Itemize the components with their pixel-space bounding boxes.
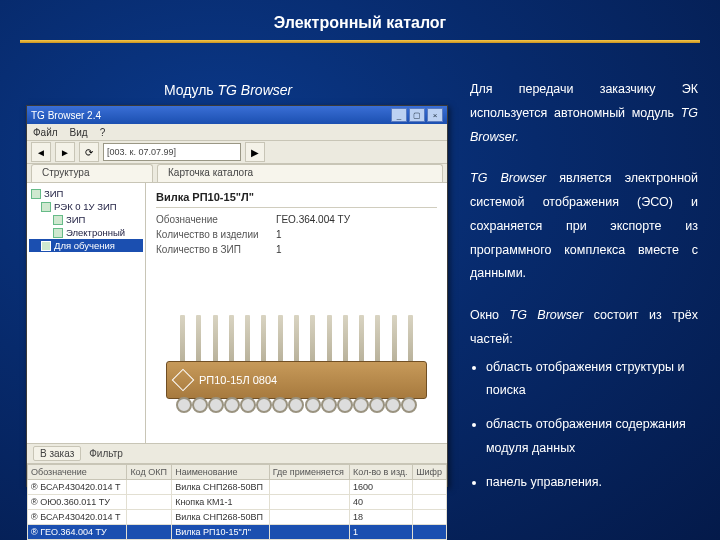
tree-label: Электронный xyxy=(66,227,125,238)
para-3-a: Окно xyxy=(470,308,510,322)
table-cell: 40 xyxy=(350,495,413,510)
tg-browser-screenshot: TG Browser 2.4 _ ▢ × Файл Вид ? ◄ ► ⟳ [0… xyxy=(26,105,448,487)
table-cell xyxy=(413,510,447,525)
kv-val: 1 xyxy=(276,244,282,255)
table-cell: ® БСАР.430420.014 Т xyxy=(28,510,127,525)
table-cell xyxy=(127,495,172,510)
tree-label: Для обучения xyxy=(54,240,115,251)
page-title: Электронный каталог xyxy=(0,14,720,32)
tab-row: Структура Карточка каталога xyxy=(27,164,447,183)
table-cell: Вилка СНП268-50ВП xyxy=(172,510,270,525)
card-panel: Вилка РП10-15"Л" ОбозначениеГЕО.364.004 … xyxy=(146,183,447,443)
th[interactable]: Где применяется xyxy=(269,465,349,480)
tool-fwd-icon[interactable]: ► xyxy=(55,142,75,162)
kv-key: Количество в изделии xyxy=(156,229,276,240)
caption-text: Модуль xyxy=(164,82,218,98)
minimize-icon[interactable]: _ xyxy=(391,108,407,122)
table-cell xyxy=(413,480,447,495)
table-panel: В заказ Фильтр Обозначение Код ОКП Наиме… xyxy=(27,443,447,540)
parts-table: Обозначение Код ОКП Наименование Где при… xyxy=(27,464,447,540)
table-cell xyxy=(269,525,349,540)
kv-val: 1 xyxy=(276,229,282,240)
th[interactable]: Обозначение xyxy=(28,465,127,480)
tree-label: ЗИП xyxy=(66,214,85,225)
table-cell xyxy=(127,480,172,495)
screenshot-caption: Модуль TG Browser xyxy=(164,82,292,98)
table-cell: ® ГЕО.364.004 ТУ xyxy=(28,525,127,540)
tab-structure[interactable]: Структура xyxy=(31,164,153,182)
description-column: Для передачи заказчику ЭК используется а… xyxy=(470,78,698,504)
table-row[interactable]: ® БСАР.430420.014 ТВилка СНП268-50ВП1600 xyxy=(28,480,447,495)
bullet-3: панель управления. xyxy=(486,471,698,495)
connector-image: РП10-15Л 0804 xyxy=(166,315,427,425)
card-title: Вилка РП10-15"Л" xyxy=(156,191,437,208)
tab-card[interactable]: Карточка каталога xyxy=(157,164,443,182)
kv-key: Количество в ЗИП xyxy=(156,244,276,255)
th[interactable]: Кол-во в изд. xyxy=(350,465,413,480)
para-3-em: TG Browser xyxy=(510,308,584,322)
th[interactable]: Код ОКП xyxy=(127,465,172,480)
card-row: Количество в изделии1 xyxy=(156,229,437,240)
divider xyxy=(20,40,700,43)
bullet-2: область отображения содержания модуля да… xyxy=(486,413,698,461)
tree-node[interactable]: ЗИП xyxy=(29,187,143,200)
kv-val: ГЕО.364.004 ТУ xyxy=(276,214,350,225)
para-2: TG Browser является электронной системой… xyxy=(470,167,698,286)
table-cell xyxy=(269,510,349,525)
kv-key: Обозначение xyxy=(156,214,276,225)
tree-node[interactable]: ЗИП xyxy=(29,213,143,226)
para-3: Окно TG Browser состоит из трёх частей: xyxy=(470,304,698,352)
table-cell xyxy=(413,525,447,540)
table-cell: Вилка РП10-15"Л" xyxy=(172,525,270,540)
table-cell: 1600 xyxy=(350,480,413,495)
bullet-1: область отображения структуры и поиска xyxy=(486,356,698,404)
diamond-icon xyxy=(172,369,195,392)
maximize-icon[interactable]: ▢ xyxy=(409,108,425,122)
caption-em: TG Browser xyxy=(218,82,293,98)
tree-label: ЗИП xyxy=(44,188,63,199)
tool-go-icon[interactable]: ▶ xyxy=(245,142,265,162)
table-cell xyxy=(127,525,172,540)
table-cell xyxy=(413,495,447,510)
window-title: TG Browser 2.4 xyxy=(31,110,101,121)
table-cell xyxy=(127,510,172,525)
tree-node[interactable]: РЭК 0 1У ЗИП xyxy=(29,200,143,213)
para-1-text: Для передачи заказчику ЭК используется а… xyxy=(470,82,698,120)
tree-label: РЭК 0 1У ЗИП xyxy=(54,201,117,212)
tree-node[interactable]: Электронный xyxy=(29,226,143,239)
card-row: ОбозначениеГЕО.364.004 ТУ xyxy=(156,214,437,225)
table-cell: 1 xyxy=(350,525,413,540)
para-2-em: TG Browser xyxy=(470,171,546,185)
tree-panel: ЗИП РЭК 0 1У ЗИП ЗИП Электронный Для обу… xyxy=(27,183,146,443)
th[interactable]: Шифр xyxy=(413,465,447,480)
tool-refresh-icon[interactable]: ⟳ xyxy=(79,142,99,162)
menu-help[interactable]: ? xyxy=(100,127,106,138)
table-row[interactable]: ® ГЕО.364.004 ТУВилка РП10-15"Л"1 xyxy=(28,525,447,540)
para-2-text: является электронной системой отображени… xyxy=(470,171,698,280)
menu-bar: Файл Вид ? xyxy=(27,124,447,141)
order-button[interactable]: В заказ xyxy=(33,446,81,461)
tool-back-icon[interactable]: ◄ xyxy=(31,142,51,162)
table-row[interactable]: ® БСАР.430420.014 ТВилка СНП268-50ВП18 xyxy=(28,510,447,525)
filter-label: Фильтр xyxy=(89,448,123,459)
th[interactable]: Наименование xyxy=(172,465,270,480)
table-cell: Кнопка КМ1-1 xyxy=(172,495,270,510)
table-cell xyxy=(269,480,349,495)
table-row[interactable]: ® ОЮ0.360.011 ТУКнопка КМ1-140 xyxy=(28,495,447,510)
table-cell: 18 xyxy=(350,510,413,525)
toolbar: ◄ ► ⟳ [003. к. 07.07.99] ▶ xyxy=(27,141,447,164)
connector-label: РП10-15Л 0804 xyxy=(199,374,277,386)
menu-file[interactable]: Файл xyxy=(33,127,58,138)
para-1: Для передачи заказчику ЭК используется а… xyxy=(470,78,698,149)
table-cell xyxy=(269,495,349,510)
tree-node-selected[interactable]: Для обучения xyxy=(29,239,143,252)
table-cell: ® БСАР.430420.014 Т xyxy=(28,480,127,495)
address-box[interactable]: [003. к. 07.07.99] xyxy=(103,143,241,161)
close-icon[interactable]: × xyxy=(427,108,443,122)
window-titlebar: TG Browser 2.4 _ ▢ × xyxy=(27,106,447,124)
table-cell: ® ОЮ0.360.011 ТУ xyxy=(28,495,127,510)
menu-view[interactable]: Вид xyxy=(70,127,88,138)
bullet-list: область отображения структуры и поиска о… xyxy=(470,356,698,495)
card-row: Количество в ЗИП1 xyxy=(156,244,437,255)
table-cell: Вилка СНП268-50ВП xyxy=(172,480,270,495)
